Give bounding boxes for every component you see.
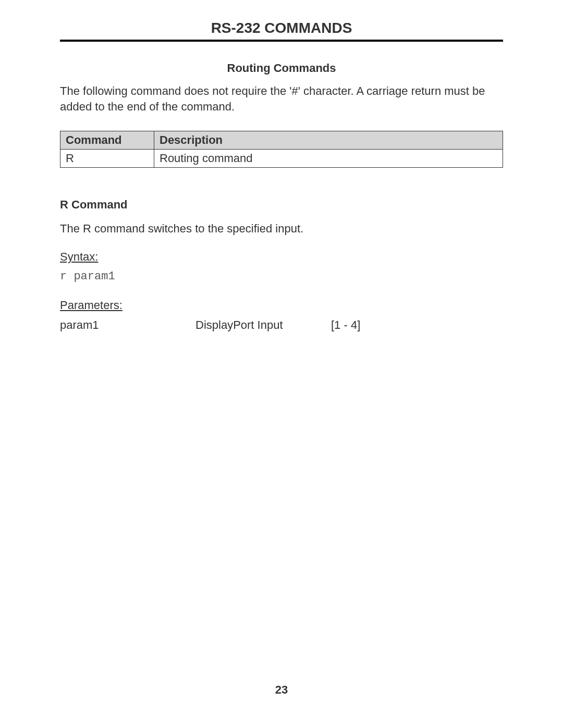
syntax-code: r param1 <box>60 270 503 283</box>
parameter-type: DisplayPort Input <box>195 318 331 332</box>
table-cell-command: R <box>60 150 154 168</box>
parameters-label: Parameters: <box>60 299 503 312</box>
table-cell-description: Routing command <box>154 150 503 168</box>
document-page: RS-232 COMMANDS Routing Commands The fol… <box>0 0 563 728</box>
subsection-heading: R Command <box>60 198 503 212</box>
parameter-range: [1 - 4] <box>331 318 360 332</box>
syntax-label: Syntax: <box>60 250 503 264</box>
command-table: Command Description R Routing command <box>60 131 503 168</box>
table-header-command: Command <box>60 131 154 150</box>
page-number: 23 <box>0 683 563 697</box>
table-header-description: Description <box>154 131 503 150</box>
parameter-row: param1 DisplayPort Input [1 - 4] <box>60 318 503 332</box>
table-row: R Routing command <box>60 150 503 168</box>
title-divider <box>60 40 503 42</box>
section-heading: Routing Commands <box>60 61 503 75</box>
table-header-row: Command Description <box>60 131 503 150</box>
section-intro-text: The following command does not require t… <box>60 83 503 114</box>
page-title: RS-232 COMMANDS <box>60 20 503 40</box>
subsection-description: The R command switches to the speciﬁed i… <box>60 222 503 236</box>
parameter-name: param1 <box>60 318 195 332</box>
